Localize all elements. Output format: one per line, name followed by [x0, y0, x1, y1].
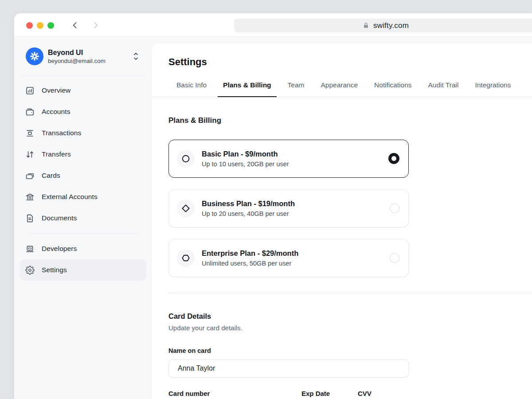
exp-date-label: Exp Date: [301, 390, 358, 397]
sidebar-item-label: Transfers: [42, 150, 71, 158]
wallet-icon: [25, 107, 35, 117]
sidebar-item-transactions[interactable]: Transactions: [20, 122, 146, 144]
flower-logo-icon: [29, 51, 40, 62]
card-details-title: Card Details: [168, 311, 532, 321]
developers-laptop-icon: [25, 244, 35, 254]
close-window-button[interactable]: [26, 22, 33, 29]
bank-icon: [25, 192, 35, 202]
plan-radio[interactable]: [390, 203, 399, 213]
sidebar-item-label: Overview: [42, 86, 70, 94]
tab-appearance[interactable]: Appearance: [315, 81, 363, 97]
avatar: [26, 47, 43, 65]
maximize-window-button[interactable]: [47, 22, 54, 29]
circle-icon: [177, 150, 195, 168]
sidebar-item-label: External Accounts: [42, 193, 98, 201]
section-title: Plans & Billing: [168, 115, 532, 126]
sidebar-item-accounts[interactable]: Accounts: [20, 101, 146, 122]
browser-back-button[interactable]: [70, 20, 80, 31]
main-panel: Settings Basic Info Plans & Billing Team…: [152, 43, 532, 399]
minimize-window-button[interactable]: [37, 22, 43, 29]
plan-text: Enterprise Plan - $29/month Unlimited us…: [202, 248, 298, 268]
chevron-right-icon: [91, 21, 100, 30]
lock-icon: [363, 22, 369, 29]
card-fields-labels-row: Card number Exp Date CVV: [168, 390, 409, 397]
window-controls: [26, 22, 54, 29]
sidebar-item-developers[interactable]: Developers: [20, 238, 146, 259]
bar-chart-icon: [25, 86, 35, 95]
plan-list: Basic Plan - $9/month Up to 10 users, 20…: [168, 140, 409, 277]
sidebar: Beyond UI beyondui@email.com Overview: [14, 37, 152, 399]
transactions-icon: [25, 129, 35, 138]
sidebar-divider: [27, 233, 140, 234]
cards-icon: [25, 171, 35, 180]
sidebar-item-label: Developers: [42, 245, 77, 253]
hexagon-icon: [177, 249, 195, 267]
plan-card-enterprise[interactable]: Enterprise Plan - $29/month Unlimited us…: [168, 239, 409, 277]
diamond-icon: [177, 200, 195, 217]
sidebar-item-cards[interactable]: Cards: [20, 165, 146, 186]
plan-title: Enterprise Plan - $29/month: [202, 248, 298, 258]
account-name: Beyond UI: [48, 48, 106, 57]
name-on-card-input[interactable]: [168, 359, 409, 378]
account-email: beyondui@email.com: [48, 57, 106, 65]
browser-window: swifty.com Beyond UI beyondui@email.com: [14, 13, 532, 399]
plan-title: Basic Plan - $9/month: [202, 149, 289, 159]
plan-card-basic[interactable]: Basic Plan - $9/month Up to 10 users, 20…: [168, 140, 409, 178]
url-text: swifty.com: [373, 21, 409, 30]
sidebar-item-label: Cards: [42, 172, 60, 180]
sidebar-item-label: Accounts: [42, 108, 70, 116]
address-bar[interactable]: swifty.com: [234, 19, 532, 32]
tab-team[interactable]: Team: [282, 81, 310, 97]
plan-card-business[interactable]: Business Plan - $19/month Up to 20 users…: [168, 189, 409, 227]
page-title: Settings: [168, 55, 532, 69]
sidebar-item-label: Documents: [42, 214, 77, 222]
sidebar-item-settings[interactable]: Settings: [20, 259, 146, 281]
tab-integrations[interactable]: Integrations: [469, 81, 516, 97]
section-divider: [168, 293, 532, 293]
card-number-label: Card number: [168, 390, 301, 397]
tab-plans-billing[interactable]: Plans & Billing: [218, 81, 277, 97]
tab-notifications[interactable]: Notifications: [369, 81, 417, 97]
chevron-up-down-icon: [132, 51, 140, 62]
sidebar-item-documents[interactable]: Documents: [20, 207, 146, 229]
browser-chrome: swifty.com: [14, 13, 532, 37]
tab-basic-info[interactable]: Basic Info: [171, 81, 212, 97]
plan-subtitle: Up to 20 users, 40GB per user: [202, 209, 295, 219]
sidebar-item-transfers[interactable]: Transfers: [20, 144, 146, 165]
tab-content: Plans & Billing Basic Plan - $9/month Up…: [152, 115, 532, 397]
plan-subtitle: Unlimited users, 50GB per user: [202, 259, 298, 268]
tab-audit-trail[interactable]: Audit Trail: [423, 81, 464, 97]
sidebar-item-label: Settings: [42, 266, 67, 274]
plan-text: Business Plan - $19/month Up to 20 users…: [202, 198, 295, 219]
plan-radio[interactable]: [390, 253, 399, 263]
document-icon: [25, 214, 35, 223]
account-info: Beyond UI beyondui@email.com: [48, 48, 106, 65]
transfers-arrows-icon: [25, 150, 35, 159]
browser-forward-button[interactable]: [90, 20, 101, 31]
card-details-subtitle: Update your card details.: [168, 323, 532, 333]
sidebar-item-label: Transactions: [42, 129, 81, 137]
sidebar-item-overview[interactable]: Overview: [20, 80, 146, 101]
account-switcher[interactable]: Beyond UI beyondui@email.com: [21, 37, 145, 75]
chevron-left-icon: [70, 21, 79, 30]
plan-radio-selected[interactable]: [388, 153, 399, 164]
gear-icon: [25, 266, 35, 275]
cvv-label: CVV: [358, 390, 372, 397]
sidebar-nav: Overview Accounts Transactions Transfers: [14, 75, 152, 281]
settings-tabs: Basic Info Plans & Billing Team Appearan…: [152, 81, 532, 97]
plan-title: Business Plan - $19/month: [202, 198, 295, 209]
plan-text: Basic Plan - $9/month Up to 10 users, 20…: [202, 149, 289, 169]
sidebar-item-external-accounts[interactable]: External Accounts: [20, 186, 146, 207]
plan-subtitle: Up to 10 users, 20GB per user: [202, 160, 289, 169]
name-on-card-label: Name on card: [168, 346, 532, 355]
